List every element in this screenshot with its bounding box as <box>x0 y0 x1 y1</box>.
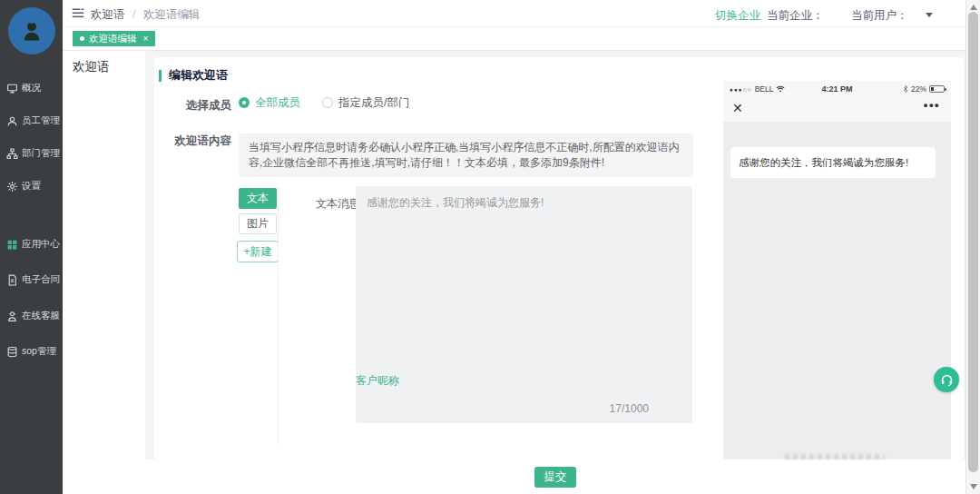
welcome-content-label: 欢迎语内容 <box>154 133 231 149</box>
phone-preview: ●●●○○ BELL 4:21 PM 22% ✕ ••• 感谢您的关注，我们将竭… <box>723 81 951 466</box>
app-logo[interactable] <box>8 7 55 54</box>
breadcrumb-welcome-edit[interactable]: 欢迎语编辑 <box>143 8 201 21</box>
app-root: 概况 员工管理 部门管理 设置 应用中心 <box>0 0 980 494</box>
message-textarea-box: 感谢您的关注，我们将竭诚为您服务! 17/1000 <box>356 186 692 423</box>
tab-close-icon[interactable]: × <box>143 34 149 44</box>
phone-more-icon: ••• <box>924 98 940 112</box>
add-new-button[interactable]: +新建 <box>237 241 279 262</box>
sidebar-item-label: 部门管理 <box>22 147 60 160</box>
secondary-nav: 欢迎语 <box>63 51 145 494</box>
sidebar-item-app-center[interactable]: 应用中心 <box>0 234 63 254</box>
sidebar-item-employees[interactable]: 员工管理 <box>0 111 63 131</box>
tab-bar: 欢迎语编辑 × <box>63 27 980 51</box>
phone-chat-area: 感谢您的关注，我们将竭诚为您服务! <box>723 122 951 466</box>
switch-company-link[interactable]: 切换企业 <box>715 8 760 24</box>
member-radio-group: 全部成员 指定成员/部门 <box>239 96 409 109</box>
section-accent-bar <box>159 70 162 82</box>
radio-all-members-label[interactable]: 全部成员 <box>255 95 300 111</box>
sidebar-item-online-service[interactable]: 在线客服 <box>0 306 63 326</box>
customer-nickname-link[interactable]: 客户昵称 <box>356 373 399 389</box>
battery-icon <box>929 85 945 93</box>
customer-service-float-button[interactable] <box>934 367 959 392</box>
sidebar-item-label: sop管理 <box>22 345 56 358</box>
top-header: 欢迎语 / 欢迎语编辑 切换企业 当前企业： 当前用户： <box>63 0 980 27</box>
scroll-up-arrow[interactable] <box>970 5 977 10</box>
section-header: 编辑欢迎语 <box>159 67 228 84</box>
sidebar-item-label: 在线客服 <box>22 310 60 322</box>
radio-specific-members-label[interactable]: 指定成员/部门 <box>338 95 409 111</box>
breadcrumb: 欢迎语 / 欢迎语编辑 <box>91 7 200 23</box>
edit-welcome-card: 编辑欢迎语 选择成员 全部成员 指定成员/部门 欢迎语内容 当填写小程序信息时请… <box>154 57 964 459</box>
breadcrumb-separator: / <box>132 8 135 21</box>
mascot-icon <box>19 18 44 44</box>
message-textarea[interactable]: 感谢您的关注，我们将竭诚为您服务! <box>356 186 692 395</box>
settings-icon <box>6 181 18 193</box>
phone-close-icon: ✕ <box>732 101 743 115</box>
char-counter: 17/1000 <box>610 402 649 415</box>
sidebar-item-label: 应用中心 <box>22 238 60 251</box>
sidebar-item-label: 概况 <box>22 82 41 94</box>
sidebar-item-label: 设置 <box>22 180 41 193</box>
tab-active-dot-icon <box>80 36 84 41</box>
main-content: 编辑欢迎语 选择成员 全部成员 指定成员/部门 欢迎语内容 当填写小程序信息时请… <box>145 51 965 494</box>
radio-all-members[interactable] <box>239 97 250 108</box>
editor-divider <box>278 188 279 445</box>
battery-percent-label: 22% <box>911 84 926 94</box>
tab-image-message[interactable]: 图片 <box>239 213 277 234</box>
scrollbar-thumb[interactable] <box>968 12 978 472</box>
notice-text: 当填写小程序信息时请务必确认小程序正确,当填写小程序信息不正确时,所配置的欢迎语… <box>239 133 693 177</box>
submit-button[interactable]: 提交 <box>534 467 576 488</box>
scroll-down-arrow[interactable] <box>970 484 977 489</box>
sidebar-item-settings[interactable]: 设置 <box>0 176 63 196</box>
sidebar-item-e-contract[interactable]: 电子合同 <box>0 270 63 290</box>
member-select-label: 选择成员 <box>154 98 231 114</box>
sidebar-item-overview[interactable]: 概况 <box>0 78 63 98</box>
bluetooth-icon <box>903 84 908 94</box>
menu-fold-icon[interactable] <box>71 6 85 20</box>
watermark <box>785 454 885 459</box>
sidebar-item-label: 员工管理 <box>22 114 60 127</box>
current-user-label: 当前用户： <box>851 8 908 24</box>
sidebar-item-label: 电子合同 <box>22 273 60 286</box>
tab-text-message[interactable]: 文本 <box>239 188 277 209</box>
user-dropdown-caret-icon[interactable] <box>926 13 933 17</box>
phone-status-bar: ●●●○○ BELL 4:21 PM 22% <box>723 81 951 97</box>
radio-specific-members[interactable] <box>322 97 333 108</box>
overview-icon <box>6 83 18 94</box>
section-title: 编辑欢迎语 <box>169 67 228 84</box>
breadcrumb-welcome[interactable]: 欢迎语 <box>91 8 125 21</box>
vertical-scrollbar <box>965 0 980 494</box>
current-company-label: 当前企业： <box>767 8 824 24</box>
departments-icon <box>6 148 18 160</box>
sidebar-item-sop[interactable]: sop管理 <box>0 341 63 361</box>
phone-status-right: 22% <box>903 84 945 94</box>
app-center-icon <box>6 239 18 251</box>
sop-icon <box>6 346 18 358</box>
phone-nav-bar: ✕ ••• <box>723 97 951 122</box>
online-service-icon <box>6 311 18 322</box>
tab-welcome-edit[interactable]: 欢迎语编辑 × <box>73 31 155 46</box>
footer-bar: 提交 <box>145 459 965 494</box>
secondary-nav-item-welcome[interactable]: 欢迎语 <box>73 59 110 75</box>
e-contract-icon <box>6 274 18 286</box>
employees-icon <box>6 115 18 127</box>
sidebar: 概况 员工管理 部门管理 设置 应用中心 <box>0 0 63 494</box>
sidebar-item-departments[interactable]: 部门管理 <box>0 143 63 163</box>
tab-label: 欢迎语编辑 <box>89 33 137 45</box>
headset-icon <box>940 373 954 387</box>
chat-message-bubble: 感谢您的关注，我们将竭诚为您服务! <box>730 147 936 178</box>
